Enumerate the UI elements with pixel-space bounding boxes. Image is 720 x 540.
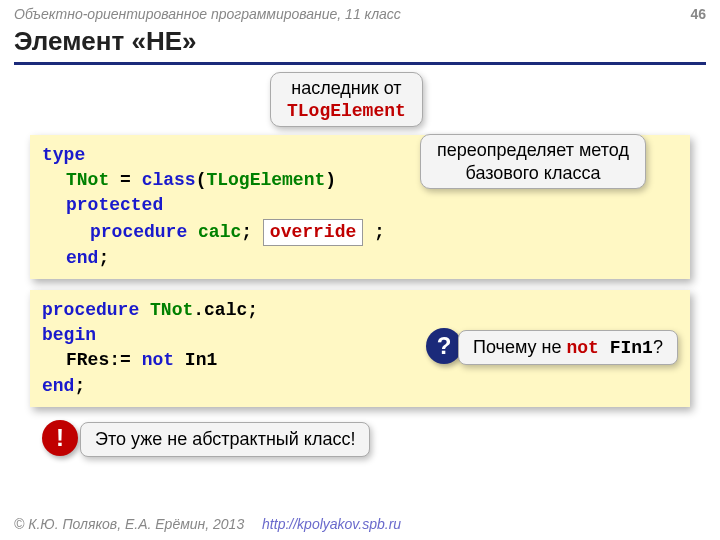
- callout-inherit: наследник от TLogElement: [270, 72, 423, 127]
- impl-tnot: TNot: [150, 300, 193, 320]
- exclaim-note: Это уже не абстрактный класс!: [80, 422, 370, 457]
- pc: ): [325, 170, 336, 190]
- callout-inherit-l2: TLogElement: [287, 100, 406, 123]
- kw-end2: end: [42, 376, 74, 396]
- question-note: Почему не not FIn1?: [458, 330, 678, 365]
- callout-override: переопределяет метод базового класса: [420, 134, 646, 189]
- type-tnot: TNot: [66, 170, 109, 190]
- callout-override-l2: базового класса: [437, 162, 629, 185]
- dot: .: [193, 300, 204, 320]
- exclaim-badge: !: [42, 420, 78, 456]
- course-title: Объектно-ориентированное программировани…: [14, 6, 401, 22]
- kw-protected: protected: [66, 195, 163, 215]
- kw-begin: begin: [42, 325, 96, 345]
- kw-type: type: [42, 145, 85, 165]
- page-number: 46: [690, 6, 706, 22]
- q-pre: Почему не: [473, 337, 566, 357]
- eq: =: [109, 170, 141, 190]
- end-semi2: ;: [74, 376, 85, 396]
- method-calc: calc: [198, 222, 241, 242]
- slide-title: Элемент «НЕ»: [14, 26, 197, 57]
- q-code: not: [566, 338, 598, 358]
- kw-procedure: procedure: [90, 222, 187, 242]
- kw-end: end: [66, 248, 98, 268]
- base-class: TLogElement: [206, 170, 325, 190]
- q-mark: ?: [653, 337, 663, 357]
- kw-not: not: [142, 350, 174, 370]
- fres: FRes:=: [66, 350, 142, 370]
- semi: ;: [241, 222, 263, 242]
- title-underline: [14, 62, 706, 65]
- end-semi: ;: [98, 248, 109, 268]
- impl-semi: ;: [247, 300, 258, 320]
- exclaim-text: Это уже не абстрактный класс!: [95, 429, 355, 449]
- footer: © К.Ю. Поляков, Е.А. Ерёмин, 2013 http:/…: [14, 516, 401, 532]
- q-post: FIn1: [599, 338, 653, 358]
- question-badge: ?: [426, 328, 462, 364]
- override-box: override: [263, 219, 363, 246]
- impl-calc: calc: [204, 300, 247, 320]
- kw-procedure2: procedure: [42, 300, 139, 320]
- footer-link: http://kpolyakov.spb.ru: [262, 516, 401, 532]
- semi2: ;: [363, 222, 385, 242]
- po: (: [196, 170, 207, 190]
- in1: In1: [174, 350, 217, 370]
- callout-override-l1: переопределяет метод: [437, 139, 629, 162]
- copyright: © К.Ю. Поляков, Е.А. Ерёмин, 2013: [14, 516, 244, 532]
- kw-class: class: [142, 170, 196, 190]
- callout-inherit-l1: наследник от: [287, 77, 406, 100]
